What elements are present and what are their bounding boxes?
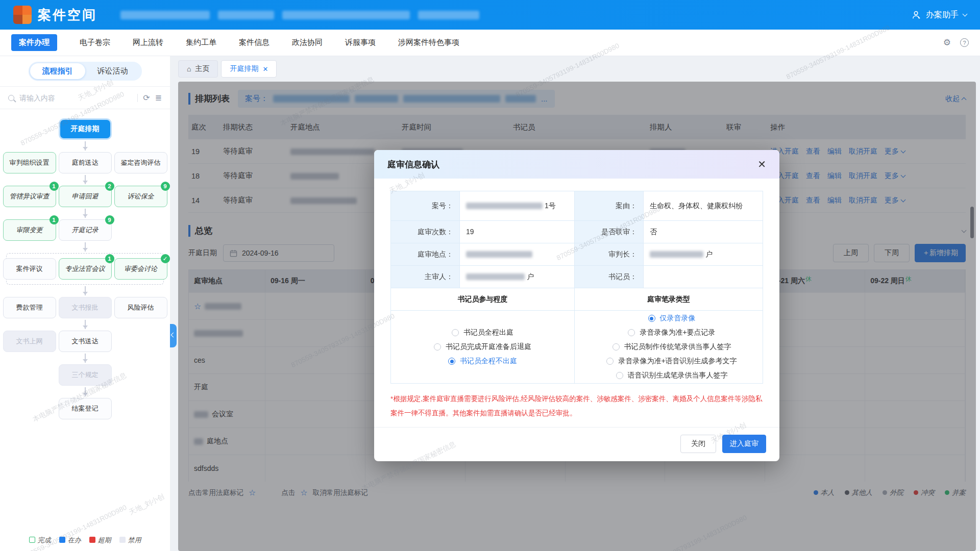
flow-arrow	[85, 387, 86, 396]
joint-label: 是否联审：	[575, 221, 644, 243]
workspace-tabstrip: ⌂主页 开庭排期✕	[178, 60, 976, 78]
refresh-icon[interactable]: ⟳	[143, 93, 150, 103]
enter-hearing-button[interactable]: 进入庭审	[722, 435, 766, 453]
main-nav: 案件办理 电子卷宗 网上流转 集约工单 案件信息 政法协同 诉服事项 涉网案件特…	[0, 30, 980, 56]
flow-arrow	[85, 320, 86, 329]
flow-arrow	[85, 286, 86, 295]
flow-group-deliberation: 案件评议 专业法官会议1 审委会讨论✓	[6, 253, 164, 285]
count-badge: 1	[105, 254, 114, 263]
radio-clerk-leave-after-prep[interactable]: 书记员完成开庭准备后退庭	[434, 342, 531, 352]
app-title: 案件空间	[38, 6, 97, 24]
close-button[interactable]: 关闭	[680, 435, 716, 453]
place-value	[460, 243, 575, 266]
nav-tab-political-legal[interactable]: 政法协同	[292, 38, 323, 47]
flow-status-legend: 完成 在办 超期 禁用	[0, 531, 170, 551]
case-no-value: 1号	[460, 191, 575, 221]
radio-icon	[434, 343, 441, 350]
count-badge: 1	[50, 182, 59, 191]
flow-node-case-closing[interactable]: 结案登记	[59, 398, 112, 419]
flow-node-doc-approval: 文书报批	[59, 297, 112, 318]
header-case-info-redacted	[120, 11, 479, 19]
legend-active-swatch	[59, 537, 65, 543]
flow-node-doc-delivery[interactable]: 文书送达	[59, 331, 112, 352]
legend-disabled-swatch	[119, 537, 126, 543]
count-badge: 2	[105, 182, 114, 191]
judge-label: 主审人：	[391, 266, 460, 288]
hearing-info-table: 案号： 1号 案由： 生命权、身体权、健康权纠纷 庭审次数： 19 是否联审： …	[390, 191, 763, 384]
search-icon	[8, 95, 14, 101]
close-icon[interactable]: ✕	[757, 158, 766, 170]
nav-tab-online-transfer[interactable]: 网上流转	[133, 38, 163, 47]
process-flowchart: 开庭排期 审判组织设置 庭前送达 鉴定咨询评估 管辖异议审查1 申请回避2 诉讼…	[0, 109, 170, 531]
modal-title: 庭审信息确认	[387, 159, 439, 170]
flow-node-panel-setup[interactable]: 审判组织设置	[3, 152, 56, 173]
flow-node-time-limit-change[interactable]: 审限变更1	[3, 219, 56, 241]
flow-node-hearing-record[interactable]: 开庭记录9	[59, 219, 112, 241]
flow-arrow	[85, 209, 86, 218]
cause-value: 生命权、身体权、健康权纠纷	[644, 191, 763, 221]
assistant-menu[interactable]: 办案助手	[912, 10, 967, 20]
flow-node-recusal[interactable]: 申请回避2	[59, 186, 112, 207]
place-label: 庭审地点：	[391, 243, 460, 266]
flow-arrow	[85, 242, 86, 252]
times-value: 19	[460, 221, 575, 243]
record-type-options: 仅录音录像 录音录像为准+要点记录 书记员制作传统笔录供当事人签字 录音录像为准…	[575, 311, 763, 384]
flow-arrow	[85, 141, 86, 151]
flow-node-three-rules: 三个规定	[59, 364, 112, 386]
count-badge: 9	[161, 182, 170, 191]
flow-node-preservation[interactable]: 诉讼保全9	[114, 186, 167, 207]
close-tab-icon[interactable]: ✕	[262, 65, 268, 73]
radio-clerk-full-attend[interactable]: 书记员全程出庭	[452, 328, 513, 337]
nav-tab-case-handling[interactable]: 案件办理	[11, 34, 57, 51]
radio-icon	[628, 329, 635, 336]
hearing-confirm-modal: 庭审信息确认 ✕ 案号： 1号 案由： 生命权、身体权、健康权纠纷 庭审次数： …	[374, 150, 779, 461]
flow-node-jurisdiction-objection[interactable]: 管辖异议审查1	[3, 186, 56, 207]
sidebar-collapse-handle[interactable]	[170, 324, 177, 347]
nav-tab-internet-case[interactable]: 涉网案件特色事项	[398, 38, 459, 47]
legend-overdue-swatch	[89, 537, 95, 543]
flow-node-pretrial-delivery[interactable]: 庭前送达	[59, 152, 112, 173]
nav-tab-case-info[interactable]: 案件信息	[239, 38, 270, 47]
tab-litigation-activity[interactable]: 诉讼活动	[85, 63, 140, 79]
participation-header: 书记员参与程度	[391, 288, 575, 311]
flow-node-risk-assessment[interactable]: 风险评估	[114, 297, 167, 318]
nav-tab-e-file[interactable]: 电子卷宗	[80, 38, 110, 47]
radio-icon	[448, 358, 455, 365]
flow-node-fee-management[interactable]: 费款管理	[3, 297, 56, 318]
help-icon[interactable]: ?	[960, 38, 969, 47]
cause-label: 案由：	[575, 191, 644, 221]
radio-traditional-transcript[interactable]: 书记员制作传统笔录供当事人签字	[612, 342, 731, 352]
flow-node-hearing-schedule[interactable]: 开庭排期	[59, 118, 112, 140]
process-sidebar: 流程指引 诉讼活动 ⟳ ≣ 开庭排期 审判组织设置 庭前送达 鉴定咨询评估 管辖…	[0, 56, 170, 551]
settings-gear-icon[interactable]: ⚙	[943, 37, 951, 48]
radio-av-plus-notes[interactable]: 录音录像为准+要点记录	[628, 328, 715, 337]
participation-options: 书记员全程出庭 书记员完成开庭准备后退庭 书记员全程不出庭	[391, 311, 575, 384]
record-type-header: 庭审笔录类型	[575, 288, 763, 311]
nav-tab-litigation-service[interactable]: 诉服事项	[345, 38, 376, 47]
flow-node-appraisal[interactable]: 鉴定咨询评估	[114, 152, 167, 173]
flow-arrow	[85, 354, 86, 363]
radio-icon	[606, 358, 614, 365]
layers-icon[interactable]: ≣	[155, 93, 162, 103]
legend-done-swatch	[29, 537, 35, 543]
search-input[interactable]	[19, 94, 132, 102]
flow-node-case-review[interactable]: 案件评议	[3, 258, 56, 280]
check-badge: ✓	[161, 254, 170, 263]
tab-hearing-schedule[interactable]: 开庭排期✕	[221, 60, 277, 78]
case-no-label: 案号：	[391, 191, 460, 221]
radio-asr-transcript[interactable]: 语音识别生成笔录供当事人签字	[616, 371, 728, 380]
presiding-label: 审判长：	[575, 243, 644, 266]
clerk-value	[644, 266, 763, 288]
flow-node-judge-meeting[interactable]: 专业法官会议1	[59, 258, 112, 280]
radio-av-plus-asr-reference[interactable]: 录音录像为准+语音识别生成参考文字	[606, 357, 737, 366]
assistant-label: 办案助手	[926, 10, 959, 20]
radio-clerk-no-attend[interactable]: 书记员全程不出庭	[448, 357, 517, 366]
radio-icon	[648, 315, 655, 322]
radio-av-only[interactable]: 仅录音录像	[648, 314, 696, 323]
flow-node-committee-discussion[interactable]: 审委会讨论✓	[114, 258, 167, 280]
app-logo-icon	[13, 6, 32, 24]
tab-home[interactable]: ⌂主页	[178, 60, 218, 78]
user-icon	[912, 10, 921, 20]
nav-tab-work-order[interactable]: 集约工单	[186, 38, 216, 47]
tab-process-guide[interactable]: 流程指引	[30, 63, 85, 79]
